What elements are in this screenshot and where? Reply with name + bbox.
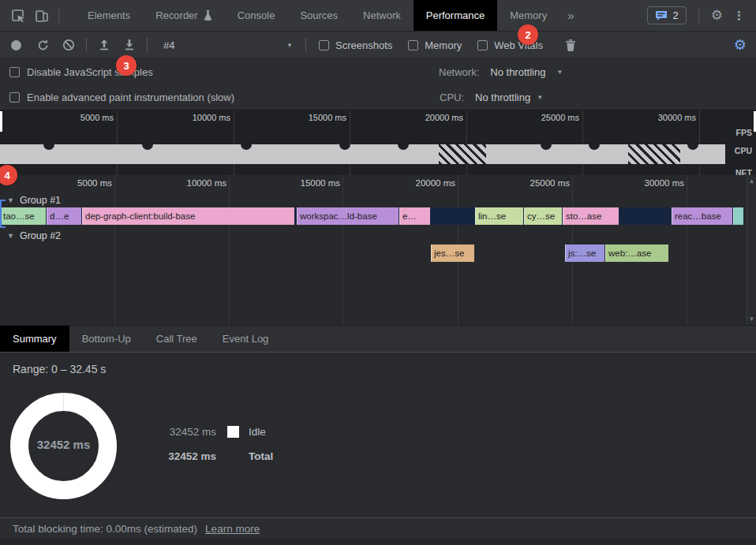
legend-label: Idle xyxy=(249,426,266,438)
overview-tick-label: 5000 ms xyxy=(58,113,114,122)
flame-bar[interactable]: cy…se xyxy=(524,207,562,225)
flame-bar[interactable]: dep-graph-client:build-base xyxy=(82,207,294,225)
flame-bar[interactable]: e… xyxy=(399,207,430,225)
chevron-down-icon[interactable]: ▼ xyxy=(537,94,543,101)
divider xyxy=(305,38,306,52)
cpu-label: CPU: xyxy=(440,91,464,103)
legend-row: 32452 msTotal xyxy=(164,447,273,465)
expander-triangle-icon: ▼ xyxy=(7,196,14,204)
load-profile-icon[interactable] xyxy=(98,39,110,51)
timeline-gridline xyxy=(114,175,115,325)
flask-icon xyxy=(204,10,212,21)
flame-bar[interactable]: workspac…ld-base xyxy=(297,207,399,225)
flame-bar[interactable]: jes…se xyxy=(431,245,474,262)
legend-value: 32452 ms xyxy=(164,426,216,438)
devtools-tabs: ElementsRecorderConsoleSourcesNetworkPer… xyxy=(75,0,560,31)
timeline-overview[interactable]: 5000 ms10000 ms15000 ms20000 ms25000 ms3… xyxy=(0,110,756,175)
screenshots-checkbox-label: Screenshots xyxy=(335,39,392,51)
more-options-icon[interactable]: ⋮ xyxy=(730,9,748,23)
tab-elements[interactable]: Elements xyxy=(75,0,143,31)
group-header-group-2[interactable]: ▼Group #2 xyxy=(7,230,61,241)
divider xyxy=(86,38,87,52)
total-blocking-time-text: Total blocking time: 0.00ms (estimated) xyxy=(13,523,197,535)
devtools-tab-bar: ElementsRecorderConsoleSourcesNetworkPer… xyxy=(0,0,756,32)
tab-label: Elements xyxy=(88,9,130,21)
flame-bar[interactable]: d…e xyxy=(47,207,81,225)
record-button[interactable] xyxy=(11,40,21,50)
cpu-throttling-value[interactable]: No throttling xyxy=(475,91,530,103)
group-label: Group #1 xyxy=(20,195,61,206)
lane-label-cpu: CPU xyxy=(732,146,754,156)
overview-gridline xyxy=(117,110,118,175)
web-vitals-checkbox[interactable] xyxy=(477,40,488,50)
clear-icon[interactable] xyxy=(62,39,75,51)
network-label: Network: xyxy=(439,66,479,78)
overview-gridline xyxy=(350,110,350,175)
chevron-down-icon[interactable]: ▼ xyxy=(556,69,563,76)
flame-bar[interactable] xyxy=(733,207,743,225)
overview-left-handle[interactable] xyxy=(0,111,2,132)
flame-bar[interactable]: web:…ase xyxy=(605,245,668,262)
tab-call-tree[interactable]: Call Tree xyxy=(144,326,210,352)
tab-sources[interactable]: Sources xyxy=(287,0,350,31)
tab-console[interactable]: Console xyxy=(225,0,288,31)
details-tab-bar: SummaryBottom-UpCall TreeEvent Log xyxy=(0,326,756,353)
timeline-tick-label: 15000 ms xyxy=(282,178,340,188)
issues-button[interactable]: 2 xyxy=(647,6,687,24)
flame-bar[interactable]: js:…se xyxy=(565,245,604,262)
flame-chart[interactable]: ▲ ▼ 5000 ms10000 ms15000 ms20000 ms25000… xyxy=(0,175,756,326)
save-profile-icon[interactable] xyxy=(123,39,136,51)
advanced-paint-checkbox[interactable] xyxy=(9,92,20,103)
memory-checkbox[interactable] xyxy=(408,40,418,50)
tab-summary[interactable]: Summary xyxy=(0,326,69,352)
capture-settings-gear-icon[interactable]: ⚙ xyxy=(734,38,747,52)
reload-and-record-icon[interactable] xyxy=(36,39,50,52)
range-label: Range: 0 – 32.45 s xyxy=(13,363,106,375)
tab-bottom-up[interactable]: Bottom-Up xyxy=(69,326,144,352)
screenshots-checkbox[interactable] xyxy=(319,40,329,50)
settings-gear-icon[interactable]: ⚙ xyxy=(711,9,723,22)
tab-performance[interactable]: Performance xyxy=(414,0,497,31)
tab-network[interactable]: Network xyxy=(350,0,414,31)
memory-checkbox-group: Memory xyxy=(408,39,462,51)
overview-gridline xyxy=(466,110,467,175)
donut-center-label: 32452 ms xyxy=(10,438,117,451)
learn-more-link[interactable]: Learn more xyxy=(205,523,260,535)
timeline-tick-label: 5000 ms xyxy=(54,178,112,188)
history-value: #4 xyxy=(163,39,174,51)
legend-row: 32452 msIdle xyxy=(164,423,273,440)
tab-label: Network xyxy=(363,9,401,21)
bottom-strip xyxy=(0,539,756,545)
trash-icon[interactable] xyxy=(565,39,576,51)
scroll-up-icon[interactable]: ▲ xyxy=(749,177,755,185)
flame-bar[interactable]: reac…base xyxy=(672,207,732,225)
divider xyxy=(58,9,59,23)
device-toolbar-icon[interactable] xyxy=(30,4,54,28)
overview-tick-label: 15000 ms xyxy=(290,113,346,122)
group-label: Group #2 xyxy=(20,230,61,241)
annotation-badge-2: 2 xyxy=(518,24,538,45)
lane-label-fps: FPS xyxy=(734,128,754,138)
issues-icon xyxy=(655,10,668,21)
history-select[interactable]: #4 ▼ xyxy=(155,39,301,51)
tab-recorder[interactable]: Recorder xyxy=(143,0,224,31)
scroll-down-icon[interactable]: ▼ xyxy=(749,315,755,323)
divider xyxy=(698,9,699,23)
tab-event-log[interactable]: Event Log xyxy=(210,326,282,352)
flame-bar[interactable]: tao…se xyxy=(0,207,46,225)
disable-js-samples-checkbox[interactable] xyxy=(9,67,20,77)
flame-bar[interactable]: lin…se xyxy=(475,207,523,225)
more-tabs-button[interactable]: » xyxy=(560,9,582,22)
annotation-badge-3: 3 xyxy=(116,55,137,76)
vertical-scrollbar[interactable]: ▲ ▼ xyxy=(747,175,756,325)
flame-bar[interactable]: sto…ase xyxy=(563,207,619,225)
network-throttling-value[interactable]: No throttling xyxy=(490,66,545,78)
overview-cpu-activity-band xyxy=(0,144,725,164)
inspect-element-icon[interactable] xyxy=(6,4,30,28)
group-header-group-1[interactable]: ▼Group #1 xyxy=(7,195,61,206)
donut-legend: 32452 msIdle32452 msTotal xyxy=(164,423,273,472)
timeline-gridline xyxy=(342,175,343,325)
screenshots-checkbox-group: Screenshots xyxy=(319,39,392,51)
tab-label: Memory xyxy=(510,9,547,21)
tab-label: Console xyxy=(238,9,275,21)
